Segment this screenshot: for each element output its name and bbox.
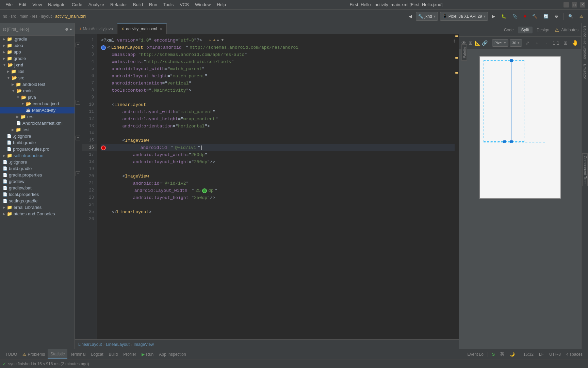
code-content[interactable]: <?xml version="1.0" encoding="utf-8"?> ⚠… — [97, 34, 459, 339]
menu-refactor[interactable]: Refactor — [108, 1, 130, 8]
tab-close-icon[interactable]: ✕ — [159, 27, 162, 31]
tree-item-idea[interactable]: ▶ 📁 .idea — [0, 42, 75, 49]
zoom-dropdown[interactable]: 30 ▾ — [510, 39, 522, 47]
sync-button[interactable]: 🔄 — [541, 12, 551, 21]
attach-button[interactable]: 📎 — [510, 12, 520, 21]
sidebar-collapse-button[interactable]: ≡ — [70, 25, 72, 34]
status-app-inspection[interactable]: App Inspection — [156, 349, 189, 359]
device-dropdown[interactable]: 📱 Pixel 3a XL API 29 ▾ — [440, 12, 488, 21]
device-dropdown-preview[interactable]: Pixel ▾ — [492, 39, 508, 47]
tree-item-mainactivity[interactable]: ☕ MainActivity — [0, 107, 75, 113]
menu-navigate[interactable]: Navigate — [45, 1, 68, 8]
fold-icon-15[interactable]: ─ — [76, 136, 80, 140]
gutter-row-2[interactable]: ─ — [75, 41, 82, 48]
preview-area[interactable]: ⟳ — [459, 49, 581, 349]
status-terminal[interactable]: Terminal — [67, 349, 88, 359]
status-run[interactable]: ▶ Run — [139, 349, 156, 359]
tree-item-proguard[interactable]: 📄 proguard-rules.pro — [0, 146, 75, 152]
run-button[interactable]: ▶ — [490, 12, 497, 21]
tree-item-gradle-props[interactable]: 📄 gradle.properties — [0, 172, 75, 178]
tree-item-test[interactable]: ▶ 📁 test — [0, 126, 75, 133]
status-build[interactable]: Build — [106, 349, 121, 359]
tree-item-res[interactable]: ▶ 📁 res — [0, 113, 75, 120]
status-ime[interactable]: S — [489, 352, 497, 357]
minimize-button[interactable]: ─ — [564, 2, 569, 7]
breadcrumb-imageview[interactable]: ImageView — [134, 342, 154, 347]
breadcrumb-layout[interactable]: layout — [41, 14, 52, 19]
attributes-label[interactable]: Attributes — [561, 28, 578, 32]
code-editor[interactable]: ─ ─ ─ — [75, 34, 459, 339]
tree-item-androidmanifest[interactable]: 📄 AndroidManifest.xml — [0, 120, 75, 126]
preview-expand-button[interactable]: ⊞ — [561, 39, 570, 47]
expand-warnings[interactable]: ▲ ▼ — [217, 37, 224, 44]
breadcrumb-res[interactable]: res — [32, 14, 37, 19]
menu-window[interactable]: Window — [192, 1, 213, 8]
maximize-button[interactable]: □ — [572, 2, 577, 7]
tree-item-build-gradle2[interactable]: 📄 build.gradle — [0, 165, 75, 172]
close-button[interactable]: ✕ — [580, 2, 585, 7]
menu-help[interactable]: Help — [214, 1, 229, 8]
view-tab-code[interactable]: Code — [501, 27, 517, 33]
breadcrumb-ll1[interactable]: LinearLayout — [78, 342, 102, 347]
tree-item-gradle[interactable]: ▶ 📁 .gradle — [0, 36, 75, 42]
menu-build[interactable]: Build — [130, 1, 146, 8]
status-lang[interactable]: 英 — [497, 351, 507, 357]
preview-zoom-out-button[interactable]: - — [542, 39, 551, 47]
menu-view[interactable]: View — [30, 1, 45, 8]
status-indent[interactable]: 4 spaces — [564, 352, 585, 357]
tree-item-gradlew-bat[interactable]: 📄 gradlew.bat — [0, 185, 75, 191]
tree-item-libs[interactable]: ▶ 📁 libs — [0, 68, 75, 75]
menu-analyze[interactable]: Analyze — [86, 1, 107, 8]
gutter-row-15[interactable]: ─ — [75, 134, 82, 141]
component-tree-label[interactable]: Component Tree — [583, 154, 588, 186]
back-nav-button[interactable]: ◀ — [407, 12, 414, 21]
tree-item-package[interactable]: ▼ 📂 com.hua.jxnd — [0, 101, 75, 107]
breadcrumb-nd[interactable]: nd — [3, 14, 7, 19]
status-todo[interactable]: TODO — [3, 349, 20, 359]
gutter-row-10[interactable]: ─ — [75, 98, 82, 106]
status-night[interactable]: 🌙 — [507, 352, 518, 357]
preview-tool-grid[interactable]: ⊞ — [468, 39, 473, 47]
stop-button[interactable]: ■ — [522, 12, 528, 21]
tree-item-local-props[interactable]: 📄 local.properties — [0, 191, 75, 198]
breakpoint-icon-16[interactable] — [101, 145, 106, 150]
config-dropdown[interactable]: 🔧 jxnd ▾ — [416, 12, 438, 21]
breadcrumb-file[interactable]: activity_main.xml — [55, 14, 86, 19]
tree-item-androidtest[interactable]: ▶ 📁 androidTest — [0, 81, 75, 88]
status-lf[interactable]: LF — [536, 352, 546, 357]
menu-tools[interactable]: Tools — [161, 1, 176, 8]
status-event-log[interactable]: Event Lo — [465, 352, 486, 357]
palette-label[interactable]: Palette — [462, 45, 467, 60]
tree-item-gitignore2[interactable]: 📄 .gitignore — [0, 159, 75, 165]
preview-ratio-button[interactable]: 1:1 — [552, 39, 560, 47]
tree-item-selfintro[interactable]: ▶ 📁 selfintroduction — [0, 152, 75, 159]
tree-item-scratches[interactable]: ▶ 📁 atches and Consoles — [0, 211, 75, 217]
menu-edit[interactable]: Edit — [16, 1, 29, 8]
tree-item-src[interactable]: ▼ 📂 src — [0, 75, 75, 81]
breadcrumb-src[interactable]: src — [11, 14, 16, 19]
view-tab-split[interactable]: Split — [518, 27, 533, 33]
debug-button[interactable]: 🐛 — [499, 12, 508, 21]
tree-item-build-gradle[interactable]: 📄 build.gradle — [0, 139, 75, 146]
settings-button[interactable]: ⚙ — [553, 12, 560, 21]
breadcrumb-ll2[interactable]: LinearLayout — [106, 342, 129, 347]
breakpoint-icon-2[interactable] — [101, 45, 106, 50]
fold-icon-10[interactable]: ─ — [76, 100, 80, 105]
tab-mainactivity[interactable]: J MainActivity.java — [75, 24, 117, 34]
emulator-label[interactable]: Emulator — [582, 63, 588, 80]
view-tab-design[interactable]: Design — [533, 27, 553, 33]
fold-icon-20[interactable]: ─ — [76, 171, 80, 176]
tab-activity-main[interactable]: X activity_main.xml ✕ — [117, 24, 167, 34]
breadcrumb-main[interactable]: main — [19, 14, 28, 19]
menu-code[interactable]: Code — [69, 1, 85, 8]
tree-item-gradle2[interactable]: ▶ 📁 gradle — [0, 55, 75, 62]
preview-tool-snap[interactable]: 🔗 — [482, 39, 488, 47]
tree-item-gitignore[interactable]: 📄 .gitignore — [0, 133, 75, 139]
gutter-row-20[interactable]: ─ — [75, 170, 82, 177]
tree-item-gradlew[interactable]: 📄 gradlew — [0, 178, 75, 185]
tree-item-app[interactable]: ▶ 📁 app — [0, 49, 75, 55]
preview-tool-ruler[interactable]: 📐 — [475, 39, 480, 47]
menu-run[interactable]: Run — [146, 1, 160, 8]
sidebar-settings-button[interactable]: ⚙ — [65, 25, 68, 34]
status-encoding[interactable]: UTF-8 — [546, 352, 564, 357]
